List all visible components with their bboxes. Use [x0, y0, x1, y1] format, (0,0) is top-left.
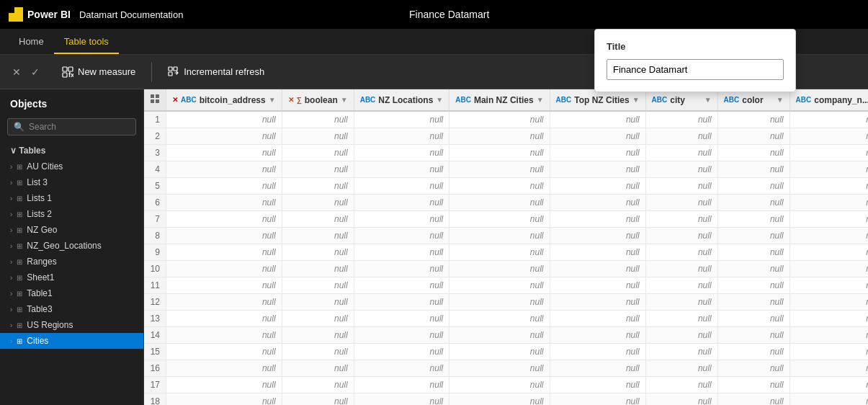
incremental-refresh-button[interactable]: Incremental refresh: [161, 62, 272, 82]
cell-null: null: [449, 261, 550, 277]
col-dd-top-nz[interactable]: ▼: [632, 96, 640, 104]
col-header-bitcoin-address: ✕ ABC bitcoin_address ▼: [166, 89, 282, 111]
search-box[interactable]: 🔍: [7, 118, 136, 135]
cell-null: null: [717, 277, 789, 294]
cell-null: null: [645, 393, 717, 406]
cell-null: null: [449, 294, 550, 311]
col-dropdown-icon[interactable]: ▼: [269, 96, 276, 104]
sidebar-item-lists-2[interactable]: › ⊞ Lists 2: [0, 206, 143, 222]
row-number: 10: [144, 261, 166, 277]
cell-null: null: [449, 128, 550, 145]
cell-null: null: [645, 178, 717, 195]
sidebar-item-list-3[interactable]: › ⊞ List 3: [0, 174, 143, 190]
row-number: 2: [144, 128, 166, 145]
sidebar-item-nz_geo_locations[interactable]: › ⊞ NZ_Geo_Locations: [0, 238, 143, 254]
cell-null: null: [282, 228, 354, 244]
cell-null: null: [354, 195, 449, 211]
search-input[interactable]: [29, 122, 130, 132]
popup-title-input[interactable]: [607, 59, 784, 80]
tab-home[interactable]: Home: [9, 30, 54, 54]
objects-title: Objects: [0, 89, 143, 114]
cell-null: null: [789, 244, 868, 261]
sidebar-item-lists-1[interactable]: › ⊞ Lists 1: [0, 190, 143, 206]
table-grid-icon: ⊞: [17, 337, 22, 345]
table-row[interactable]: 2nullnullnullnullnullnullnullnullnull: [144, 128, 868, 145]
expand-icon: ›: [10, 210, 12, 218]
search-icon: 🔍: [14, 122, 24, 132]
col-dd-color[interactable]: ▼: [777, 96, 784, 104]
table-row[interactable]: 11nullnullnullnullnullnullnullnullnull: [144, 277, 868, 294]
table-row[interactable]: 4nullnullnullnullnullnullnullnullnull: [144, 161, 868, 178]
cell-null: null: [645, 244, 717, 261]
grid-area[interactable]: ✕ ABC bitcoin_address ▼ ✕ ∑ boolean ▼: [144, 89, 868, 405]
new-measure-icon: fx: [62, 66, 73, 78]
table-row[interactable]: 8nullnullnullnullnullnullnullnullnull: [144, 228, 868, 244]
cell-null: null: [717, 327, 789, 344]
sidebar-item-ranges[interactable]: › ⊞ Ranges: [0, 254, 143, 270]
row-number: 1: [144, 111, 166, 128]
confirm-edit-icon[interactable]: ✓: [27, 64, 43, 80]
cell-null: null: [449, 344, 550, 360]
cell-null: null: [717, 178, 789, 195]
col-dropdown-bool[interactable]: ▼: [341, 96, 348, 104]
table-row[interactable]: 13nullnullnullnullnullnullnullnullnull: [144, 311, 868, 327]
table-row[interactable]: 3nullnullnullnullnullnullnullnullnull: [144, 145, 868, 161]
cell-null: null: [717, 377, 789, 393]
table-row[interactable]: 14nullnullnullnullnullnullnullnullnull: [144, 327, 868, 344]
table-row[interactable]: 1nullnullnullnullnullnullnullnullnull: [144, 111, 868, 128]
cell-null: null: [354, 377, 449, 393]
cell-null: null: [166, 261, 282, 277]
col-dd-city[interactable]: ▼: [704, 96, 712, 104]
cancel-edit-icon[interactable]: ✕: [9, 64, 24, 80]
sidebar-item-nz-geo[interactable]: › ⊞ NZ Geo: [0, 222, 143, 238]
sidebar-item-table1[interactable]: › ⊞ Table1: [0, 285, 143, 301]
cell-null: null: [449, 393, 550, 406]
cell-null: null: [550, 111, 645, 128]
sidebar-item-cities[interactable]: › ⊞ Cities: [0, 333, 143, 349]
sidebar-item-table3[interactable]: › ⊞ Table3: [0, 301, 143, 317]
col-dd-nz-loc[interactable]: ▼: [436, 96, 443, 104]
sidebar-item-au-cities[interactable]: › ⊞ AU Cities: [0, 159, 143, 174]
row-number: 16: [144, 360, 166, 377]
cell-null: null: [550, 277, 645, 294]
new-measure-button[interactable]: fx New measure: [55, 62, 143, 82]
svg-rect-7: [151, 94, 154, 98]
cell-null: null: [645, 145, 717, 161]
svg-rect-2: [63, 73, 67, 77]
table-row[interactable]: 5nullnullnullnullnullnullnullnullnull: [144, 178, 868, 195]
sidebar-item-sheet1[interactable]: › ⊞ Sheet1: [0, 270, 143, 285]
cell-null: null: [717, 161, 789, 178]
table-row[interactable]: 17nullnullnullnullnullnullnullnullnull: [144, 377, 868, 393]
row-number: 5: [144, 178, 166, 195]
col-name-boolean: boolean: [305, 95, 338, 105]
cell-null: null: [789, 360, 868, 377]
cell-null: null: [789, 178, 868, 195]
cell-null: null: [449, 277, 550, 294]
cell-null: null: [550, 261, 645, 277]
cell-null: null: [789, 228, 868, 244]
table-row[interactable]: 7nullnullnullnullnullnullnullnullnull: [144, 211, 868, 228]
table-grid-icon: ⊞: [17, 226, 22, 234]
col-remove-icon[interactable]: ✕: [172, 96, 178, 104]
app-name: Power BI: [27, 9, 71, 20]
table-row[interactable]: 18nullnullnullnullnullnullnullnullnull: [144, 393, 868, 406]
table-row[interactable]: 9nullnullnullnullnullnullnullnullnull: [144, 244, 868, 261]
cell-null: null: [282, 261, 354, 277]
table-grid-icon: ⊞: [17, 306, 22, 313]
col-dd-main-nz[interactable]: ▼: [537, 96, 544, 104]
table-row[interactable]: 6nullnullnullnullnullnullnullnullnull: [144, 195, 868, 211]
cell-null: null: [166, 393, 282, 406]
cell-null: null: [166, 327, 282, 344]
tab-table-tools[interactable]: Table tools: [54, 30, 119, 54]
table-row[interactable]: 10nullnullnullnullnullnullnullnullnull: [144, 261, 868, 277]
main-layout: Objects 🔍 ∨ Tables › ⊞ AU Cities › ⊞ Lis…: [0, 89, 868, 405]
cell-null: null: [550, 344, 645, 360]
cell-null: null: [282, 277, 354, 294]
table-row[interactable]: 16nullnullnullnullnullnullnullnullnull: [144, 360, 868, 377]
sidebar-item-us-regions[interactable]: › ⊞ US Regions: [0, 317, 143, 333]
table-name: Table3: [27, 304, 52, 314]
table-row[interactable]: 15nullnullnullnullnullnullnullnullnull: [144, 344, 868, 360]
cell-null: null: [789, 145, 868, 161]
col-remove-bool[interactable]: ✕: [288, 96, 294, 104]
table-row[interactable]: 12nullnullnullnullnullnullnullnullnull: [144, 294, 868, 311]
